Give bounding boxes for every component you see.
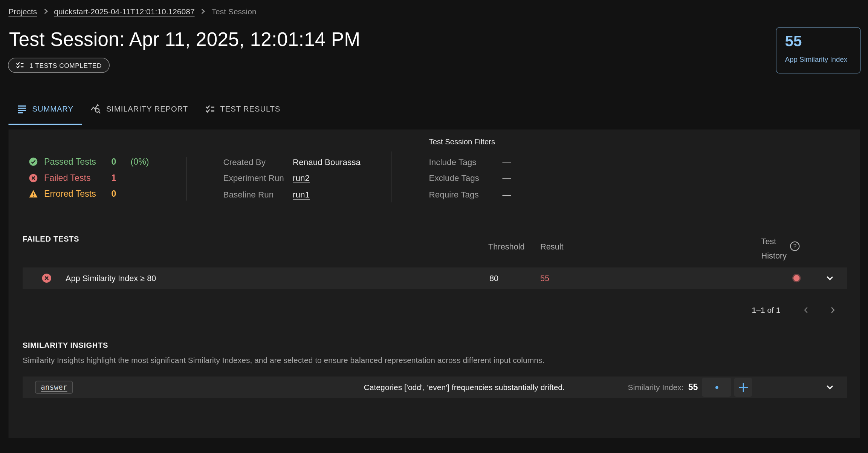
tab-summary[interactable]: SUMMARY bbox=[9, 98, 82, 127]
tab-similarity-report[interactable]: SIMILARITY REPORT bbox=[82, 98, 196, 127]
filters-title: Test Session Filters bbox=[429, 138, 511, 149]
session-filters: Test Session Filters Include Tags — Excl… bbox=[429, 138, 511, 204]
column-header-test-history: Test History bbox=[761, 235, 787, 263]
insight-message: Categories ['odd', 'even'] frequencies s… bbox=[364, 383, 565, 392]
pagination-label: 1–1 of 1 bbox=[752, 305, 781, 314]
distribution-dot-button[interactable] bbox=[702, 378, 731, 397]
test-name: App Similarity Index ≥ 80 bbox=[66, 274, 156, 283]
svg-text:?: ? bbox=[793, 243, 796, 249]
checklist-icon bbox=[205, 104, 215, 114]
detail-label: Experiment Run bbox=[223, 173, 293, 183]
divider bbox=[392, 152, 393, 202]
passed-tests-stat: Passed Tests 0 (0%) bbox=[29, 156, 149, 168]
tab-label: SIMILARITY REPORT bbox=[106, 105, 188, 113]
score-value: 55 bbox=[785, 33, 852, 51]
page: Projects quickstart-2025-04-11T12:01:10.… bbox=[0, 0, 868, 453]
insight-column-chip[interactable]: answer bbox=[35, 381, 73, 394]
chevron-right-icon bbox=[200, 9, 206, 14]
stat-value: 0 bbox=[112, 157, 131, 167]
filter-label: Exclude Tags bbox=[429, 173, 503, 183]
stat-label: Passed Tests bbox=[44, 157, 112, 167]
page-title: Test Session: Apr 11, 2025, 12:01:14 PM bbox=[9, 28, 360, 51]
test-threshold: 80 bbox=[489, 274, 498, 283]
filter-label: Include Tags bbox=[429, 157, 503, 167]
score-label: App Similarity Index bbox=[785, 55, 852, 63]
breadcrumb-projects[interactable]: Projects bbox=[9, 7, 37, 16]
errored-tests-stat: Errored Tests 0 bbox=[29, 188, 149, 200]
chevron-down-icon[interactable] bbox=[825, 383, 835, 392]
test-stats: Passed Tests 0 (0%) Failed Tests 1 bbox=[29, 156, 149, 204]
column-header-threshold: Threshold bbox=[488, 242, 525, 251]
stat-label: Failed Tests bbox=[44, 173, 112, 183]
warning-triangle-icon bbox=[29, 190, 38, 199]
breadcrumb-project-name[interactable]: quickstart-2025-04-11T12:01:10.126087 bbox=[54, 7, 194, 16]
created-by-value: Renaud Bourassa bbox=[293, 157, 361, 167]
breadcrumb: Projects quickstart-2025-04-11T12:01:10.… bbox=[9, 7, 257, 16]
filter-label: Require Tags bbox=[429, 189, 503, 199]
badge-label: 1 TESTS COMPLETED bbox=[29, 62, 102, 69]
metric-label: Similarity Index: bbox=[628, 383, 683, 392]
stat-label: Errored Tests bbox=[44, 189, 112, 199]
blue-dot-icon bbox=[715, 386, 718, 389]
require-tags-row: Require Tags — bbox=[429, 188, 511, 200]
failed-tests-title: FAILED TESTS bbox=[23, 235, 79, 243]
stat-value: 1 bbox=[112, 173, 131, 183]
chart-search-icon bbox=[90, 104, 101, 115]
run-details: Created By Renaud Bourassa Experiment Ru… bbox=[223, 156, 361, 204]
include-tags-row: Include Tags — bbox=[429, 156, 511, 168]
pagination: 1–1 of 1 bbox=[752, 301, 839, 318]
tab-label: SUMMARY bbox=[32, 105, 73, 113]
column-header-result: Result bbox=[540, 242, 564, 251]
insight-row[interactable]: answer Categories ['odd', 'even'] freque… bbox=[23, 376, 847, 398]
experiment-run-row: Experiment Run run2 bbox=[223, 171, 361, 184]
stat-percent: (0%) bbox=[131, 157, 149, 167]
divider bbox=[186, 157, 187, 201]
filter-value: — bbox=[503, 157, 511, 167]
x-circle-icon bbox=[29, 173, 38, 182]
similarity-insights-description: Similarity Insights highlight the most s… bbox=[23, 356, 544, 365]
filter-value: — bbox=[503, 173, 511, 183]
chevron-down-icon[interactable] bbox=[825, 273, 835, 283]
similarity-insights-title: SIMILARITY INSIGHTS bbox=[23, 341, 108, 350]
tab-test-results[interactable]: TEST RESULTS bbox=[197, 98, 289, 127]
check-circle-icon bbox=[29, 157, 38, 166]
created-by-row: Created By Renaud Bourassa bbox=[223, 156, 361, 168]
experiment-run-link[interactable]: run2 bbox=[293, 173, 310, 183]
add-test-button[interactable] bbox=[734, 378, 752, 397]
breadcrumb-current: Test Session bbox=[212, 7, 257, 16]
chevron-right-icon bbox=[43, 9, 48, 14]
x-circle-icon bbox=[42, 273, 52, 283]
stat-value: 0 bbox=[112, 189, 131, 199]
checklist-icon bbox=[16, 61, 24, 70]
baseline-run-row: Baseline Run run1 bbox=[223, 188, 361, 200]
tab-label: TEST RESULTS bbox=[220, 105, 281, 113]
test-history-dot[interactable] bbox=[793, 275, 800, 282]
failed-tests-stat: Failed Tests 1 bbox=[29, 171, 149, 184]
plus-icon bbox=[737, 381, 749, 393]
tests-completed-badge: 1 TESTS COMPLETED bbox=[8, 58, 110, 73]
failed-test-row[interactable]: App Similarity Index ≥ 80 80 55 bbox=[23, 268, 847, 289]
tab-bar: SUMMARY SIMILARITY REPORT TEST RESULTS bbox=[9, 98, 289, 127]
baseline-run-link[interactable]: run1 bbox=[293, 189, 310, 199]
chevron-left-icon[interactable] bbox=[800, 303, 813, 317]
app-similarity-score-card: 55 App Similarity Index bbox=[776, 27, 861, 73]
detail-label: Baseline Run bbox=[223, 189, 293, 199]
help-icon[interactable]: ? bbox=[790, 241, 801, 252]
metric-value: 55 bbox=[688, 382, 698, 392]
summary-icon bbox=[17, 104, 27, 114]
detail-label: Created By bbox=[223, 157, 293, 167]
session-info: Passed Tests 0 (0%) Failed Tests 1 bbox=[23, 130, 847, 209]
exclude-tags-row: Exclude Tags — bbox=[429, 171, 511, 184]
insight-metric: Similarity Index: 55 bbox=[628, 382, 698, 392]
filter-value: — bbox=[503, 189, 511, 199]
summary-panel: Passed Tests 0 (0%) Failed Tests 1 bbox=[9, 130, 860, 438]
chevron-right-icon[interactable] bbox=[826, 303, 839, 317]
test-result: 55 bbox=[540, 274, 549, 283]
